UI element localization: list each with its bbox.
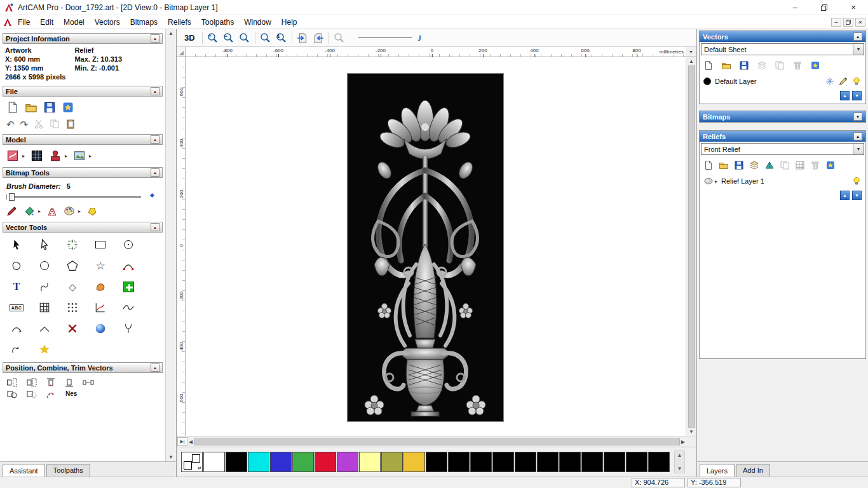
menu-vectors[interactable]: Vectors (90, 17, 125, 28)
palette-swatch[interactable] (604, 452, 625, 472)
palette-swatch[interactable] (381, 452, 403, 472)
colour-palette-button[interactable] (64, 205, 75, 217)
duplicate-relief-button[interactable] (780, 160, 790, 170)
tab-assistant[interactable]: Assistant (3, 464, 45, 477)
scroll-down-icon[interactable]: ▼ (168, 454, 173, 460)
scroll-down-icon[interactable]: ▼ (689, 429, 694, 435)
collapse-button[interactable]: ▲ (151, 223, 159, 231)
menu-help[interactable]: Help (276, 17, 302, 28)
vector-doctor-tool[interactable] (88, 320, 113, 337)
create-ellipse-tool[interactable] (116, 236, 141, 253)
fit-curve-tool[interactable] (116, 299, 141, 316)
layer-wizard-button[interactable] (810, 60, 820, 71)
zoom-out-button[interactable]: − (223, 32, 234, 44)
scroll-up-icon[interactable]: ▲ (168, 30, 173, 36)
palette-swatch[interactable] (426, 452, 447, 472)
menu-reliefs[interactable]: Reliefs (163, 17, 196, 28)
align-bottom-button[interactable] (64, 377, 74, 388)
mirror-vectors-tool[interactable] (4, 341, 29, 358)
open-model-button[interactable] (25, 101, 37, 114)
join-vectors-tool[interactable] (32, 320, 57, 337)
scroll-up-icon[interactable]: ▲ (677, 452, 682, 458)
text-block-tool[interactable]: ABC (4, 299, 29, 316)
measure-tool[interactable] (88, 299, 113, 316)
restore-button[interactable] (810, 0, 839, 15)
spread-vectors-button[interactable] (83, 377, 94, 388)
layer-colour-swatch[interactable] (703, 78, 711, 85)
horizontal-scrollbar[interactable]: ▶| ◀ ▶ (177, 436, 696, 447)
dropdown-icon[interactable]: ▼ (853, 144, 864, 154)
previous-view-button[interactable] (297, 32, 308, 44)
prong-tool[interactable] (116, 320, 141, 337)
paste-button[interactable] (65, 119, 76, 129)
create-text-tool[interactable]: T (4, 278, 29, 295)
dropdown-icon[interactable]: ▼ (853, 44, 864, 55)
palette-swatch[interactable] (559, 452, 581, 472)
trim-overlap-button[interactable] (46, 390, 57, 399)
node-editing-tool[interactable] (32, 236, 57, 253)
delete-layer-button[interactable] (792, 60, 803, 71)
scroll-down-icon[interactable]: ▼ (677, 466, 682, 471)
collapse-button[interactable]: ▲ (151, 34, 159, 43)
primary-colour-swatch[interactable] (184, 461, 192, 470)
collapse-button[interactable]: ▲ (151, 135, 159, 144)
save-model-button[interactable] (43, 101, 56, 114)
vector-layer-name[interactable]: Default Layer (715, 78, 756, 85)
create-arc-tool[interactable] (116, 257, 141, 274)
palette-swatch[interactable] (648, 452, 670, 472)
offset-vector-tool[interactable] (88, 278, 113, 295)
align-centre-button[interactable] (26, 377, 37, 388)
palette-swatch[interactable] (248, 452, 269, 472)
create-circle-tool[interactable] (32, 257, 57, 274)
merge-layers-button[interactable] (757, 60, 767, 71)
zoom-page-button[interactable] (334, 32, 345, 44)
collapse-button[interactable]: ▲ (853, 32, 862, 41)
secondary-colour-swatch[interactable] (192, 454, 200, 463)
move-layer-down-button[interactable]: ▼ (852, 191, 862, 200)
open-relief-layer-button[interactable] (719, 160, 729, 170)
create-rectangle-tool[interactable] (88, 236, 113, 253)
new-relief-layer-button[interactable] (703, 160, 714, 170)
slider-track[interactable] (11, 196, 141, 198)
menu-window[interactable]: Window (239, 17, 276, 28)
fit-arc-tool[interactable] (4, 320, 29, 337)
layer-visibility-icon[interactable] (851, 176, 862, 186)
greyscale-image-button[interactable] (73, 149, 86, 162)
delete-relief-button[interactable] (810, 160, 820, 170)
duplicate-layer-button[interactable] (775, 60, 785, 71)
transform-vectors-tool[interactable] (60, 236, 85, 253)
relief-layer-row[interactable]: ▸ Relief Layer 1 (700, 173, 865, 189)
edit-layer-icon[interactable] (838, 76, 848, 86)
palette-swatch[interactable] (626, 452, 648, 472)
create-star-tool[interactable]: ☆ (88, 257, 113, 274)
next-view-button[interactable] (313, 32, 324, 44)
collapse-button[interactable]: ▲ (151, 87, 159, 95)
minimize-button[interactable]: – (780, 0, 810, 15)
point-array-tool[interactable] (60, 299, 85, 316)
model-artwork[interactable] (347, 73, 504, 422)
save-vector-layer-button[interactable] (739, 60, 749, 71)
relief-selector[interactable]: Front Relief ▼ (701, 143, 864, 155)
tab-addin[interactable]: Add In (736, 464, 770, 477)
palette-swatch[interactable] (581, 452, 603, 472)
adjust-model-button[interactable] (6, 149, 19, 162)
mdi-close-button[interactable]: × (855, 18, 865, 27)
move-layer-up-button[interactable]: ▲ (840, 91, 850, 100)
paste-vector-tool[interactable] (116, 278, 141, 295)
palette-swatch[interactable] (270, 452, 292, 472)
zoom-objects-button[interactable]: ▫ (239, 32, 250, 44)
undo-button[interactable]: ↶ (6, 119, 15, 129)
align-left-button[interactable] (6, 377, 18, 388)
expand-layer-icon[interactable]: ▸ (715, 179, 717, 184)
tab-toolpaths[interactable]: Toolpaths (46, 464, 90, 477)
scroll-up-icon[interactable]: ▲ (689, 58, 694, 64)
close-button[interactable]: × (839, 0, 868, 15)
copy-button[interactable] (50, 119, 60, 129)
swap-colours-icon[interactable]: ⇄ (198, 466, 201, 471)
grid-tool[interactable] (32, 299, 57, 316)
brush-diameter-slider[interactable] (5, 193, 156, 201)
page-flip-button[interactable]: ▶| (177, 437, 187, 446)
merge-relief-button[interactable] (749, 160, 759, 170)
assistant-scrollbar[interactable]: ▲ ▼ (165, 29, 176, 461)
palette-swatch[interactable] (492, 452, 514, 472)
